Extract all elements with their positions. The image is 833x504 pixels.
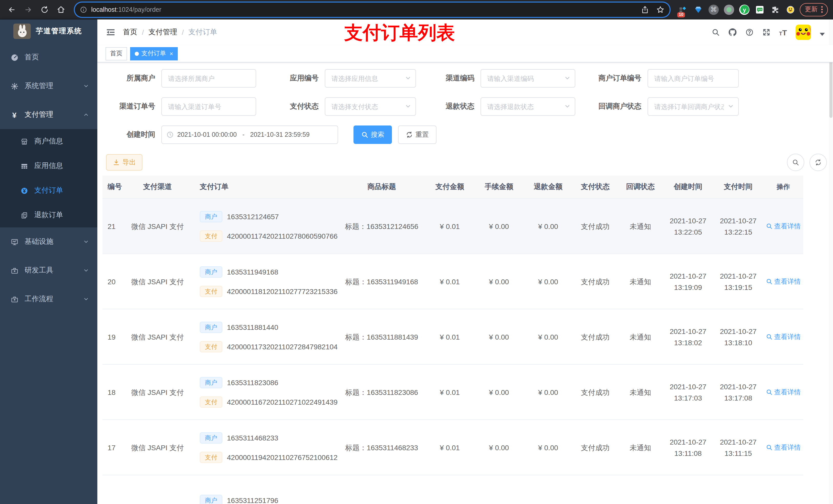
sidebar-item-label: 首页 (25, 53, 89, 62)
sidebar-item-infrastructure[interactable]: 基础设施 (0, 227, 97, 256)
hamburger-icon[interactable] (105, 27, 116, 38)
pay-tag: 支付 (200, 230, 222, 241)
avatar[interactable] (795, 25, 811, 40)
cell-channel: 微信 JSAPI 支付 (125, 254, 190, 309)
clock-icon (166, 131, 174, 138)
cell-refund: ¥ 0.00 (524, 420, 573, 475)
extension-emoji-icon[interactable] (784, 3, 796, 16)
cell-refund: ¥ 0.00 (524, 199, 573, 254)
cell-amount: ¥ 0.01 (425, 365, 474, 419)
tab-home[interactable]: 首页 (105, 47, 127, 60)
header-search-icon[interactable] (711, 28, 719, 37)
refresh-table-button[interactable] (809, 154, 827, 171)
cell-created: 2021-10-2713:19:09 (663, 254, 713, 309)
update-label: 更新 (805, 5, 818, 14)
cell-created: 2021-10-2713:11:08 (663, 420, 713, 475)
merchant-order-no-input[interactable] (647, 69, 739, 88)
extension-recorder-icon[interactable] (723, 3, 735, 16)
pay-status-select[interactable] (325, 97, 416, 116)
browser-update-button[interactable]: 更新 (800, 3, 828, 16)
page-content: 所属商户 应用编号 渠道编码 (97, 63, 833, 504)
caret-down-icon[interactable] (820, 33, 825, 36)
app-title: 芋道管理系统 (36, 27, 82, 36)
app-select[interactable] (325, 69, 416, 88)
export-button[interactable]: 导出 (106, 154, 142, 171)
view-detail-link[interactable]: 查看详情 (763, 420, 803, 475)
chevron-down-icon (405, 103, 411, 110)
help-icon[interactable] (745, 28, 753, 37)
logo-image (13, 24, 31, 39)
view-detail-link[interactable]: 查看详情 (763, 365, 803, 419)
back-icon[interactable] (5, 3, 19, 16)
tab-close-icon[interactable]: × (170, 50, 173, 57)
sidebar-item-workflow[interactable]: 工作流程 (0, 285, 97, 313)
reload-icon[interactable] (38, 3, 51, 16)
sidebar: 芋道管理系统 首页 系统管理 ¥ 支付管理 (0, 20, 97, 504)
chevron-down-icon (83, 239, 89, 245)
font-size-icon[interactable]: TT (779, 28, 787, 36)
refund-status-select[interactable] (480, 97, 575, 116)
sidebar-item-system[interactable]: 系统管理 (0, 72, 97, 100)
forward-icon[interactable] (22, 3, 35, 16)
sidebar-item-pay-order[interactable]: 支付订单 (0, 178, 97, 203)
channel-code-select[interactable] (480, 69, 575, 88)
cell-paid: 2021-10-2713:11:15 (713, 420, 763, 475)
breadcrumb-separator: / (182, 28, 184, 37)
extension-gem-icon[interactable] (692, 3, 705, 16)
sidebar-item-dev-tools[interactable]: 研发工具 (0, 256, 97, 285)
kebab-menu-icon[interactable] (821, 6, 823, 13)
toggle-search-button[interactable] (787, 154, 804, 171)
merchant-no: 1635311251796 (227, 495, 278, 504)
cell-fee: ¥ 0.00 (474, 420, 524, 475)
sidebar-item-app-info[interactable]: 应用信息 (0, 154, 97, 178)
pay-tag: 支付 (200, 452, 222, 463)
extension-tasks-icon[interactable]: 10 (677, 3, 689, 16)
pay-no: 4200001194202110276752100612 (227, 452, 338, 463)
view-detail-link[interactable]: 查看详情 (763, 199, 803, 254)
reset-label: 重置 (415, 130, 429, 139)
cell-created: 2021-10-2713:17:03 (663, 365, 713, 419)
search-icon (766, 223, 772, 230)
fullscreen-icon[interactable] (762, 28, 770, 37)
cell-created: 2021-10-2713:18:02 (663, 309, 713, 364)
chevron-down-icon (83, 296, 89, 302)
orders-table: 编号 支付渠道 支付订单 商品标题 支付金额 手续金额 退款金额 支付状态 回调… (102, 176, 803, 504)
date-range-picker[interactable]: 2021-10-01 00:00:00 - 2021-10-31 23:59:5… (161, 125, 338, 144)
github-icon[interactable] (728, 28, 736, 37)
tab-pay-order[interactable]: 支付订单 × (130, 47, 178, 60)
address-bar[interactable]: localhost:1024/pay/order (75, 2, 670, 17)
gear-icon (10, 82, 19, 90)
view-detail-link[interactable]: 查看详情 (763, 309, 803, 364)
merchant-tag: 商户 (200, 495, 222, 504)
cell-id: 18 (102, 365, 125, 419)
extension-command-icon[interactable]: ⌘ (708, 3, 720, 16)
bookmark-star-icon[interactable] (656, 5, 664, 14)
tags-view-bar: 首页 支付订单 × (97, 45, 833, 63)
share-icon[interactable] (641, 5, 649, 14)
grid-icon (21, 162, 28, 170)
merchant-tag: 商户 (200, 432, 222, 443)
extensions-puzzle-icon[interactable] (769, 3, 781, 16)
extension-y-icon[interactable]: y (738, 3, 751, 16)
extension-chat-icon[interactable] (754, 3, 766, 16)
home-icon[interactable] (54, 3, 68, 16)
reset-button[interactable]: 重置 (398, 125, 436, 144)
page-scrollbar[interactable] (829, 20, 833, 504)
channel-order-no-input[interactable] (161, 97, 256, 116)
breadcrumb-pay-mgmt[interactable]: 支付管理 (148, 28, 177, 37)
sidebar-item-refund-order[interactable]: 退款订单 (0, 203, 97, 227)
search-icon (766, 444, 772, 451)
sidebar-item-payment[interactable]: ¥ 支付管理 (0, 100, 97, 129)
notify-status-select[interactable] (647, 97, 739, 116)
sidebar-logo[interactable]: 芋道管理系统 (0, 20, 97, 43)
search-button[interactable]: 搜索 (354, 125, 392, 144)
sidebar-item-home[interactable]: 首页 (0, 43, 97, 72)
view-detail-link[interactable]: 查看详情 (763, 254, 803, 309)
cell-status: 支付成功 (573, 254, 618, 309)
sidebar-item-merchant-info[interactable]: 商户信息 (0, 129, 97, 154)
cell-title: 标题：1635311468233 (338, 420, 425, 475)
breadcrumb-home[interactable]: 首页 (123, 28, 137, 37)
merchant-input[interactable] (161, 69, 256, 88)
site-info-icon[interactable] (80, 6, 87, 13)
refresh-icon (814, 159, 822, 166)
